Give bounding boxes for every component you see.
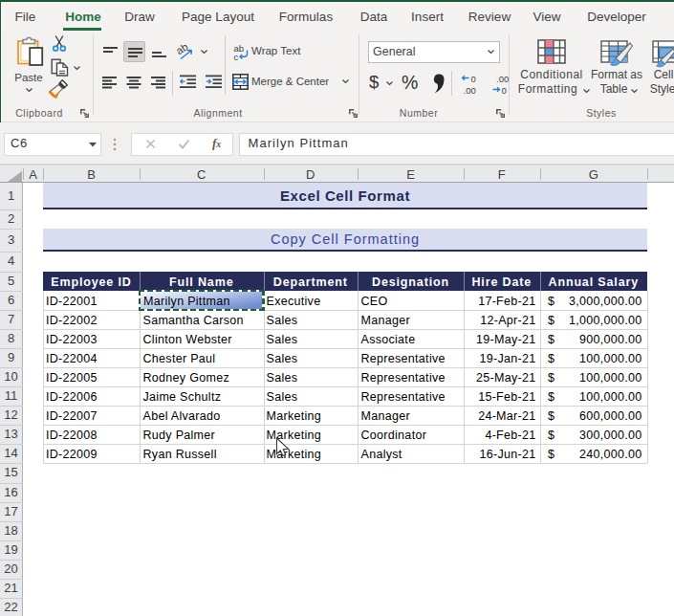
svg-text:0: 0 bbox=[471, 74, 476, 84]
svg-text:.00: .00 bbox=[496, 74, 509, 84]
svg-text:ab: ab bbox=[177, 42, 190, 56]
svg-text:.00: .00 bbox=[464, 85, 476, 96]
svg-text:c: c bbox=[234, 51, 239, 61]
svg-text:0: 0 bbox=[502, 85, 507, 96]
